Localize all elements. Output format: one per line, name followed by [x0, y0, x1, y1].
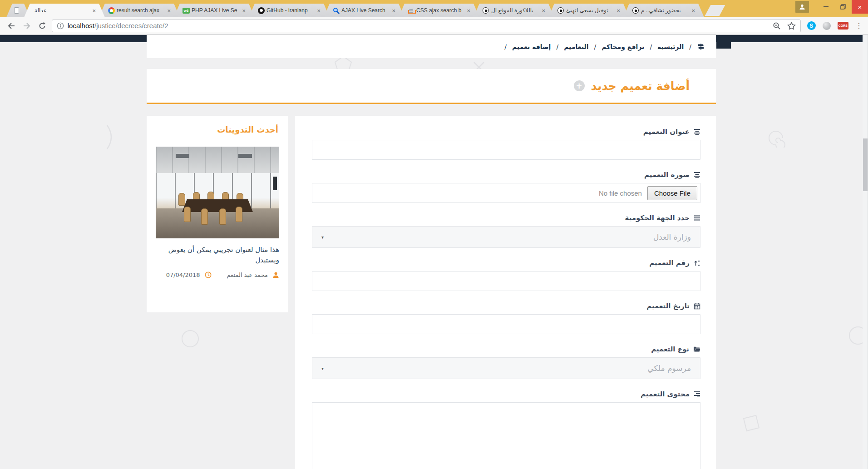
tab-title: توخيل يسعى لتهيئ [566, 7, 614, 14]
browser-tab[interactable]: ياللاكورة الموقع ال × [473, 4, 554, 17]
chevron-down-icon: ▾ [321, 235, 324, 240]
tab-title: AJAX Live Search [341, 7, 389, 14]
tab-close-icon[interactable]: × [391, 7, 396, 14]
browser-menu-icon[interactable]: ⋮ [855, 22, 863, 30]
circular-image-file-input[interactable]: No file chosen Choose File [312, 183, 700, 203]
breadcrumb-separator: / [556, 43, 558, 50]
circular-type-select[interactable]: مرسوم ملكي ▾ [312, 357, 700, 379]
new-tab-button[interactable] [705, 5, 725, 16]
browser-tab[interactable]: بحضور تشافي.. م × [623, 4, 704, 17]
minimize-button[interactable] [817, 0, 834, 14]
site-header-tab [716, 42, 731, 49]
post-title[interactable]: هذا مثال لعنوان تجريبي يمكن أن يعوض ويست… [156, 245, 279, 266]
latest-posts-heading: أحدث التدوينات [156, 122, 279, 140]
page-title-card: أضافة تعميم جديد + [147, 69, 716, 104]
browser-tab[interactable]: توخيل يسعى لتهيئ × [548, 4, 629, 17]
browser-tab-strip: عدالة × result search ajax × w3 PHP AJAX… [6, 4, 722, 17]
minimize-icon [824, 6, 829, 7]
breadcrumb-separator: / [594, 43, 596, 50]
browser-titlebar: عدالة × result search ajax × w3 PHP AJAX… [0, 0, 868, 17]
breadcrumb-item-circulars[interactable]: التعاميم [564, 43, 588, 50]
page-viewport: / الرئيسية / ترافع ومحاكم / التعاميم / إ… [0, 35, 868, 469]
w3schools-favicon-icon: w3 [182, 7, 190, 14]
browser-tab[interactable]: AJAX Live Search × [324, 4, 404, 17]
blank-page-favicon-icon [13, 7, 20, 14]
breadcrumb-item-add-circular[interactable]: إضافة تعميم [512, 43, 551, 50]
page-scrollbar[interactable] [863, 35, 868, 469]
tab-close-icon[interactable]: × [316, 7, 321, 14]
tab-close-icon[interactable]: × [466, 7, 471, 14]
choose-file-button[interactable]: Choose File [647, 186, 697, 200]
breadcrumb-separator: / [504, 43, 507, 50]
tab-close-icon[interactable]: × [541, 7, 546, 14]
tab-close-icon[interactable]: × [166, 7, 172, 14]
breadcrumb-item-litigation[interactable]: ترافع ومحاكم [602, 43, 644, 50]
maximize-button[interactable] [834, 0, 852, 14]
post-date: 07/04/2018 [166, 272, 200, 278]
post-thumbnail[interactable] [156, 147, 279, 238]
tab-title: بحضور تشافي.. م [641, 7, 689, 14]
tab-title: PHP AJAX Live Se [192, 7, 239, 14]
circular-date-input[interactable] [312, 314, 700, 334]
page-info-icon[interactable] [57, 22, 64, 30]
google-favicon-icon [108, 7, 115, 14]
browser-tab-active[interactable]: عدالة × [24, 4, 105, 17]
doodle-arc [105, 124, 117, 150]
url-host: localhost [68, 22, 94, 30]
circular-content-textarea[interactable] [312, 402, 700, 469]
tab-title: GitHub - iranianp [266, 7, 314, 14]
browser-tab[interactable]: CSS ajax search b × [399, 4, 479, 17]
reload-button[interactable] [36, 20, 48, 32]
tab-close-icon[interactable]: × [241, 7, 247, 14]
browser-tab[interactable]: GitHub - iranianp × [249, 4, 330, 17]
circular-date-label: تاريخ التعميم [312, 302, 700, 310]
browser-tab[interactable]: w3 PHP AJAX Live Se × [174, 4, 255, 17]
breadcrumb-item-home[interactable]: الرئيسية [657, 43, 684, 50]
tab-close-icon[interactable]: × [690, 7, 696, 14]
list-icon [694, 215, 700, 221]
file-status-text: No file chosen [599, 189, 642, 197]
cors-extension-icon[interactable]: CORS [838, 22, 848, 30]
circular-content-label: محتوى التعميم [312, 390, 700, 398]
football-favicon-icon [482, 7, 489, 14]
globe-extension-icon[interactable] [823, 22, 831, 30]
government-entity-select[interactable]: وزارة العدل ▾ [312, 226, 700, 248]
browser-profile-avatar[interactable] [795, 1, 809, 13]
circular-title-input[interactable] [312, 140, 700, 160]
circular-number-input[interactable] [312, 271, 700, 291]
tab-close-icon[interactable]: × [91, 7, 97, 14]
sort-numeric-icon [694, 260, 700, 267]
tab-title: CSS ajax search b [416, 7, 464, 14]
back-button[interactable] [5, 20, 17, 32]
window-controls: × [795, 0, 868, 14]
skype-extension-icon[interactable]: S [807, 21, 816, 30]
extension-icons: S CORS ⋮ [807, 21, 863, 30]
url-path: /justice/decrees/create/2 [94, 22, 168, 30]
doodle-square [743, 415, 760, 432]
close-button[interactable]: × [852, 0, 868, 14]
zoom-out-icon[interactable] [773, 22, 781, 30]
folder-open-icon [693, 346, 700, 352]
calendar-icon [694, 303, 700, 310]
bookmark-star-icon[interactable] [787, 22, 796, 30]
chevron-down-icon: ▾ [321, 366, 324, 371]
author-user-icon [272, 272, 279, 278]
tab-title: result search ajax [117, 7, 164, 14]
plus-circle-icon: + [574, 80, 585, 91]
breadcrumb-separator: / [689, 43, 691, 50]
url-text[interactable]: localhost/justice/decrees/create/2 [68, 22, 168, 30]
football-favicon-icon [632, 7, 639, 14]
football-favicon-icon [557, 7, 564, 14]
forward-button[interactable] [21, 20, 33, 32]
align-center-icon [694, 172, 700, 178]
tab-close-icon[interactable]: × [616, 7, 621, 14]
align-right-icon [694, 391, 700, 397]
tab-title: ياللاكورة الموقع ال [491, 7, 539, 14]
search-favicon-icon [332, 7, 340, 14]
address-bar[interactable]: localhost/justice/decrees/create/2 [52, 20, 801, 32]
scrollbar-thumb[interactable] [863, 138, 868, 191]
circular-title-label: عنوان التعميم [312, 128, 700, 136]
browser-tab[interactable]: result search ajax × [99, 4, 180, 17]
doodle-circle [181, 329, 200, 348]
clock-icon [205, 272, 212, 278]
